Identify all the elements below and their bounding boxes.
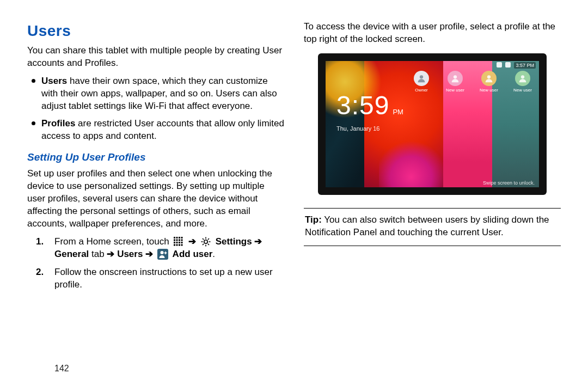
step-1: From a Home screen, touch ➔: [54, 236, 284, 261]
tab-word: tab: [89, 249, 107, 259]
profile-newuser-2[interactable]: New user: [475, 71, 503, 94]
arrow-icon: ➔: [107, 249, 114, 259]
clock-time: 3:59: [336, 88, 389, 124]
svg-rect-4: [174, 239, 175, 241]
divider: [304, 246, 561, 246]
divider: [304, 208, 561, 209]
tip-text: You can also switch between users by sli…: [305, 215, 549, 237]
intro-paragraph: You can share this tablet with multiple …: [27, 45, 284, 70]
profile-newuser-3[interactable]: New user: [509, 71, 537, 94]
wifi-icon: [497, 62, 502, 68]
svg-rect-0: [174, 237, 175, 238]
svg-point-20: [454, 75, 457, 78]
profile-newuser-1[interactable]: New user: [441, 71, 469, 94]
svg-rect-13: [176, 244, 178, 246]
status-bar: 3:57 PM: [326, 62, 539, 69]
svg-rect-7: [181, 239, 183, 241]
svg-rect-15: [181, 244, 183, 246]
general-tab-label: General: [54, 249, 89, 259]
step-2: Follow the onscreen instructions to set …: [54, 266, 284, 291]
swipe-hint: Swipe screen to unlock.: [483, 180, 535, 186]
svg-rect-6: [179, 239, 180, 241]
svg-point-19: [420, 75, 423, 78]
svg-rect-1: [176, 237, 178, 238]
svg-point-18: [160, 251, 163, 254]
arrow-icon: ➔: [254, 236, 262, 247]
clock-ampm: PM: [393, 107, 403, 117]
svg-rect-10: [179, 242, 180, 243]
clock-date: Thu, January 16: [336, 125, 403, 133]
status-time: 3:57 PM: [514, 62, 536, 69]
bullet-profiles: Profiles are restricted User accounts th…: [41, 118, 284, 143]
svg-rect-14: [179, 244, 180, 246]
add-user-label: Add user: [173, 249, 213, 259]
apps-grid-icon: [173, 236, 185, 248]
section-heading: Users: [27, 21, 284, 41]
svg-rect-9: [176, 242, 178, 243]
svg-point-16: [204, 240, 207, 243]
settings-label: Settings: [216, 236, 252, 247]
profile-owner-label: Owner: [407, 88, 436, 94]
bullet-profiles-label: Profiles: [41, 118, 75, 128]
tablet-screenshot: 3:57 PM Owner New user New user New use: [318, 53, 547, 195]
svg-point-22: [521, 75, 524, 78]
settings-gear-icon: [200, 236, 212, 248]
profile-owner[interactable]: Owner: [407, 71, 436, 94]
arrow-icon: ➔: [145, 249, 153, 259]
svg-point-21: [487, 75, 491, 78]
subheading: Setting Up User Profiles: [27, 150, 284, 164]
bullet-profiles-text: are restricted User accounts that allow …: [41, 118, 284, 141]
svg-rect-5: [176, 239, 178, 241]
right-intro: To access the device with a user profile…: [304, 21, 561, 46]
bullet-users-label: Users: [41, 76, 67, 86]
battery-icon: [505, 62, 511, 68]
profile-newuser-3-label: New user: [509, 88, 537, 94]
add-user-icon: [157, 248, 169, 260]
tip-label: Tip:: [305, 215, 322, 225]
bullet-users-text: have their own space, which they can cus…: [41, 76, 277, 111]
setup-paragraph: Set up user profiles and then select one…: [27, 168, 284, 230]
svg-rect-2: [179, 237, 180, 238]
bullet-users: Users have their own space, which they c…: [41, 75, 284, 113]
svg-rect-11: [181, 242, 183, 243]
lockscreen-clock: 3:59 PM Thu, January 16: [336, 88, 403, 133]
users-label: Users: [117, 249, 143, 259]
arrow-icon: ➔: [188, 236, 196, 247]
svg-rect-3: [181, 237, 183, 238]
page-number: 142: [54, 363, 69, 375]
profile-newuser-2-label: New user: [475, 88, 503, 94]
profile-newuser-1-label: New user: [441, 88, 469, 94]
tip-block: Tip: You can also switch between users b…: [304, 214, 561, 239]
svg-rect-12: [174, 244, 175, 246]
step-1-period: .: [212, 249, 215, 259]
svg-rect-8: [174, 242, 175, 243]
step-1-pre: From a Home screen, touch: [54, 236, 171, 247]
